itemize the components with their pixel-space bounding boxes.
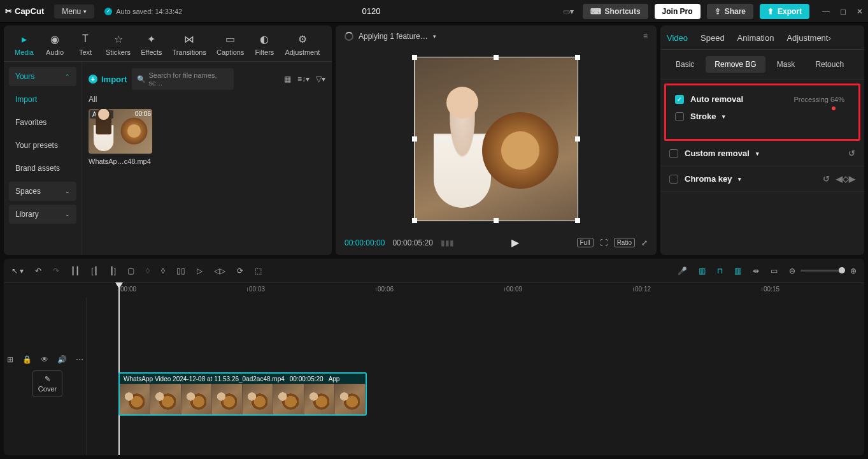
search-input[interactable]: 🔍 Search for file names, sc… <box>132 68 234 90</box>
sidebar-presets[interactable]: Your presets <box>9 136 76 155</box>
row-chroma-key[interactable]: Chroma key ▾ ↺ ◀◇▶ <box>660 166 864 192</box>
sidebar-spaces[interactable]: Spaces⌄ <box>9 182 76 201</box>
marker-off-icon[interactable]: ◊ <box>146 266 150 275</box>
split-right-icon[interactable]: ┃] <box>110 266 116 275</box>
magnet-left-icon[interactable]: ▥ <box>699 266 706 275</box>
minimize-icon[interactable]: — <box>822 7 830 16</box>
all-filter[interactable]: All <box>89 95 325 104</box>
subtab-remove-bg[interactable]: Remove BG <box>706 56 765 73</box>
checkbox-unchecked-icon[interactable] <box>675 112 684 121</box>
cover-button[interactable]: ✎ Cover <box>32 370 62 397</box>
keyframe-nav-icon[interactable]: ◀◇▶ <box>836 174 855 184</box>
cursor-tool-icon[interactable]: ↖ ▾ <box>11 266 24 275</box>
props-tab-adjustment[interactable]: Adjustment› <box>786 33 830 49</box>
reset-icon[interactable]: ↺ <box>848 149 855 158</box>
tab-filters[interactable]: ◐Filters <box>249 29 280 61</box>
checkbox-checked-icon[interactable]: ✓ <box>675 95 684 104</box>
timeline-clip[interactable]: WhatsApp Video 2024-12-08 at 11.53.26_0a… <box>118 372 367 416</box>
handle-bm[interactable] <box>494 218 499 223</box>
track-more-icon[interactable]: ⋯ <box>76 355 83 364</box>
link-icon[interactable]: ⇹ <box>753 266 759 275</box>
track-mute-icon[interactable]: 🔊 <box>57 355 67 364</box>
frames-icon[interactable]: ▯▯ <box>176 266 185 275</box>
track-lock-icon[interactable]: 🔒 <box>22 355 32 364</box>
props-tab-speed[interactable]: Speed <box>701 33 725 49</box>
props-tab-animation[interactable]: Animation <box>737 33 774 49</box>
focus-icon[interactable]: ⛶ <box>600 238 608 247</box>
tab-adjustment[interactable]: ⚙Adjustment <box>280 29 325 61</box>
tab-captions[interactable]: ▭Captions <box>211 29 249 61</box>
timeline-ruler[interactable]: 00:00 00:03 00:06 00:09 00:12 00:15 <box>4 283 864 297</box>
handle-tr[interactable] <box>575 55 580 60</box>
row-stroke[interactable]: Stroke ▾ <box>671 106 853 121</box>
filter-icon[interactable]: ▽▾ <box>316 75 325 84</box>
sidebar-brand-assets[interactable]: Brand assets <box>9 159 76 178</box>
checkbox-unchecked-icon[interactable] <box>669 175 678 184</box>
join-pro-button[interactable]: Join Pro <box>655 4 701 19</box>
handle-bl[interactable] <box>412 218 417 223</box>
rotate-icon[interactable]: ⟳ <box>237 266 243 275</box>
magnet-right-icon[interactable]: ▥ <box>734 266 741 275</box>
zoom-in-icon[interactable]: ⊕ <box>850 266 857 275</box>
sidebar-yours[interactable]: Yours⌃ <box>9 67 76 86</box>
row-custom-removal[interactable]: Custom removal ▾ ↺ <box>660 141 864 166</box>
marker-icon[interactable]: ◊ <box>161 266 165 275</box>
mirror-icon[interactable]: ◁▷ <box>214 266 225 275</box>
sidebar-library[interactable]: Library⌄ <box>9 205 76 224</box>
tab-effects[interactable]: ✦Effects <box>136 29 167 61</box>
tab-media[interactable]: ▸Media <box>9 29 39 61</box>
import-button[interactable]: + Import <box>89 75 127 84</box>
redo-icon[interactable]: ↷ <box>53 266 59 275</box>
preview-icon[interactable]: ▭ <box>771 266 778 275</box>
preview-menu-icon[interactable]: ≡ <box>643 32 648 41</box>
handle-tm[interactable] <box>494 55 499 60</box>
split-icon[interactable]: ┃┃ <box>71 266 80 275</box>
grid-view-icon[interactable]: ▦ <box>284 75 291 84</box>
subtab-basic[interactable]: Basic <box>667 56 703 73</box>
handle-tl[interactable] <box>412 55 417 60</box>
handle-br[interactable] <box>575 218 580 223</box>
magnet-icon[interactable]: ⊓ <box>717 266 723 275</box>
sort-icon[interactable]: ≡↓▾ <box>297 75 309 84</box>
track-eye-icon[interactable]: 👁 <box>41 355 48 364</box>
handle-ml[interactable] <box>412 136 417 142</box>
sidebar-favorites[interactable]: Favorites <box>9 113 76 132</box>
split-left-icon[interactable]: [┃ <box>91 266 97 275</box>
ratio-button[interactable]: Ratio <box>614 238 635 247</box>
row-auto-removal[interactable]: ✓ Auto removal Processing 64% <box>671 92 853 106</box>
aspect-ratio-icon[interactable]: ▭▾ <box>560 4 576 18</box>
close-icon[interactable]: ✕ <box>857 7 863 16</box>
tab-stickers[interactable]: ☆Stickers <box>101 29 136 61</box>
speed-icon[interactable]: ▷ <box>197 266 203 275</box>
play-button[interactable]: ▶ <box>511 237 519 249</box>
delete-icon[interactable]: ▢ <box>127 266 134 275</box>
playhead[interactable] <box>118 283 120 455</box>
zoom-out-icon[interactable]: ⊖ <box>789 266 795 275</box>
quality-bars-icon[interactable]: ▮▮▮ <box>441 238 454 247</box>
tab-audio[interactable]: ◉Audio <box>39 29 70 61</box>
maximize-icon[interactable]: ◻ <box>840 7 846 16</box>
tab-transitions[interactable]: ⋈Transitions <box>167 29 211 61</box>
full-button[interactable]: Full <box>577 238 594 247</box>
subtab-retouch[interactable]: Retouch <box>806 56 853 73</box>
shortcuts-button[interactable]: ⌨ Shortcuts <box>583 4 648 19</box>
menu-button[interactable]: Menu ▾ <box>54 4 94 18</box>
checkbox-unchecked-icon[interactable] <box>669 149 678 158</box>
track-add-icon[interactable]: ⊞ <box>7 355 13 364</box>
crop-icon[interactable]: ⬚ <box>255 266 262 275</box>
props-tab-video[interactable]: Video <box>667 33 688 49</box>
undo-icon[interactable]: ↶ <box>35 266 41 275</box>
handle-mr[interactable] <box>575 136 580 142</box>
fullscreen-icon[interactable]: ⤢ <box>641 238 648 247</box>
export-button[interactable]: ⬆ Export <box>760 4 809 19</box>
sidebar-import[interactable]: Import <box>9 90 76 109</box>
media-thumbnail[interactable]: Added 00:06 WhatsAp…c48.mp4 <box>89 109 159 165</box>
share-button[interactable]: ⇪ Share <box>707 4 753 19</box>
zoom-slider[interactable] <box>800 270 845 272</box>
applying-status[interactable]: Applying 1 feature… ▾ <box>345 32 436 41</box>
mic-icon[interactable]: 🎤 <box>678 266 687 275</box>
subtab-mask[interactable]: Mask <box>768 56 804 73</box>
preview-canvas[interactable] <box>414 57 578 221</box>
tab-text[interactable]: TText <box>70 29 101 61</box>
reset-icon[interactable]: ↺ <box>823 174 830 184</box>
